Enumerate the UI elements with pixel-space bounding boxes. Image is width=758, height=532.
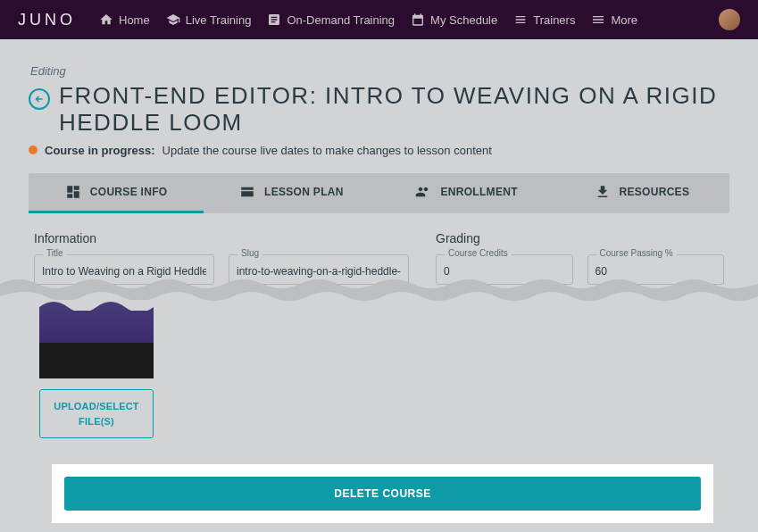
status-label: Course in progress: (45, 144, 155, 157)
nav-label: Trainers (533, 13, 575, 27)
avatar[interactable] (719, 9, 740, 30)
menu-icon (591, 12, 605, 27)
page-title: FRONT-END EDITOR: INTRO TO WEAVING ON A … (59, 83, 729, 137)
tab-label: ENROLLMENT (440, 186, 517, 198)
back-button[interactable] (29, 88, 50, 110)
logo: JUNO (18, 11, 76, 29)
home-icon (99, 12, 113, 27)
nav-home[interactable]: Home (99, 12, 150, 27)
delete-section: DELETE COURSE (52, 464, 713, 523)
tab-lesson-plan[interactable]: LESSON PLAN (204, 173, 379, 213)
grading-header: Grading (436, 231, 724, 245)
nav-label: More (611, 13, 637, 27)
upload-select-button[interactable]: UPLOAD/SELECT FILE(S) (39, 389, 154, 438)
lower-section: UPLOAD/SELECT FILE(S) (29, 300, 729, 438)
dashboard-icon (65, 184, 81, 200)
status-dot-icon (29, 145, 37, 154)
nav-label: On-Demand Training (287, 13, 395, 27)
trainers-icon (513, 12, 528, 27)
slug-field-label: Slug (237, 248, 262, 258)
passing-field-label: Course Passing % (596, 248, 677, 258)
tab-resources[interactable]: RESOURCES (554, 173, 729, 213)
calendar-icon (411, 12, 425, 27)
download-icon (595, 184, 611, 200)
nav-label: My Schedule (430, 13, 497, 27)
tab-label: LESSON PLAN (264, 186, 344, 198)
status-message: Update the course live dates to make cha… (162, 144, 492, 157)
people-icon (415, 184, 431, 200)
thumbnail-preview (39, 300, 154, 378)
tab-enrollment[interactable]: ENROLLMENT (379, 173, 554, 213)
nav-trainers[interactable]: Trainers (513, 12, 575, 27)
status-row: Course in progress: Update the course li… (29, 144, 729, 157)
title-field-label: Title (43, 248, 67, 258)
nav-on-demand[interactable]: On-Demand Training (267, 12, 395, 27)
editing-label: Editing (30, 64, 729, 78)
nav-label: Home (119, 13, 150, 27)
delete-course-button[interactable]: DELETE COURSE (64, 477, 701, 511)
nav-label: Live Training (186, 13, 252, 27)
lesson-icon (239, 184, 255, 200)
graduation-cap-icon (166, 12, 180, 27)
information-header: Information (34, 231, 409, 245)
nav-live-training[interactable]: Live Training (166, 12, 252, 27)
page-content: Editing FRONT-END EDITOR: INTRO TO WEAVI… (0, 39, 758, 285)
tab-label: COURSE INFO (90, 186, 168, 198)
credits-field-label: Course Credits (445, 248, 512, 258)
book-icon (267, 12, 281, 27)
tab-course-info[interactable]: COURSE INFO (29, 173, 204, 213)
tabs-bar: COURSE INFO LESSON PLAN ENROLLMENT RESOU… (29, 173, 729, 213)
nav-more[interactable]: More (591, 12, 637, 27)
nav-my-schedule[interactable]: My Schedule (411, 12, 497, 27)
top-nav: JUNO Home Live Training On-Demand Traini… (0, 0, 758, 39)
tab-label: RESOURCES (620, 186, 690, 198)
